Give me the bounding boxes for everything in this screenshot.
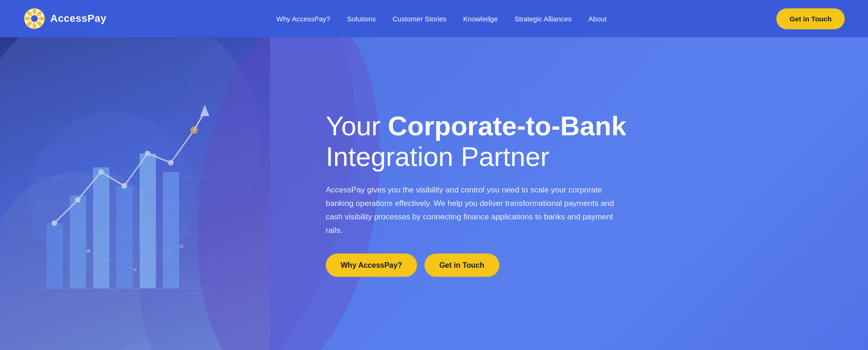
svg-point-19: [75, 197, 81, 203]
svg-point-21: [121, 183, 127, 189]
svg-point-2: [33, 8, 36, 14]
svg-rect-12: [47, 223, 63, 288]
svg-point-23: [168, 160, 174, 165]
nav-item-about[interactable]: About: [588, 15, 606, 23]
svg-marker-26: [200, 105, 209, 116]
svg-rect-14: [93, 167, 109, 288]
svg-point-4: [39, 17, 45, 20]
svg-rect-17: [163, 172, 179, 288]
svg-point-22: [145, 151, 150, 156]
main-nav: Why AccessPay? Solutions Customer Storie…: [276, 15, 607, 23]
svg-rect-16: [140, 153, 156, 288]
logo[interactable]: AccessPay: [23, 7, 107, 30]
hero-title: Your Corporate-to-Bank Integration Partn…: [326, 110, 831, 172]
logo-icon: [23, 7, 46, 30]
svg-rect-15: [116, 186, 133, 288]
logo-text: AccessPay: [50, 13, 107, 25]
nav-item-strategic-alliances[interactable]: Strategic Alliances: [515, 15, 572, 23]
why-accesspay-button[interactable]: Why AccessPay?: [326, 254, 417, 277]
hero-content: Your Corporate-to-Bank Integration Partn…: [326, 110, 868, 277]
hero-description: AccessPay gives you the visibility and c…: [326, 183, 614, 237]
svg-point-20: [98, 169, 104, 175]
nav-item-solutions[interactable]: Solutions: [347, 15, 376, 23]
header: AccessPay Why AccessPay? Solutions Custo…: [0, 0, 868, 37]
nav-item-knowledge[interactable]: Knowledge: [463, 15, 498, 23]
svg-point-8: [24, 17, 30, 20]
finance-chart-graphic: [19, 84, 233, 307]
header-cta-button[interactable]: Get in Touch: [776, 8, 845, 29]
hero-title-bold: Corporate-to-Bank: [388, 110, 626, 140]
hero-section: Your Corporate-to-Bank Integration Partn…: [0, 37, 868, 350]
nav-item-customer-stories[interactable]: Customer Stories: [392, 15, 446, 23]
hero-title-line2: Integration Partner: [326, 141, 549, 172]
get-in-touch-button[interactable]: Get in Touch: [424, 254, 499, 277]
hero-title-normal: Your: [326, 110, 388, 140]
nav-item-why-accesspay[interactable]: Why AccessPay?: [276, 15, 330, 23]
svg-point-6: [33, 23, 36, 29]
svg-point-18: [52, 220, 57, 226]
svg-rect-13: [70, 195, 86, 288]
hero-buttons: Why AccessPay? Get in Touch: [326, 254, 831, 277]
svg-point-10: [31, 15, 38, 22]
